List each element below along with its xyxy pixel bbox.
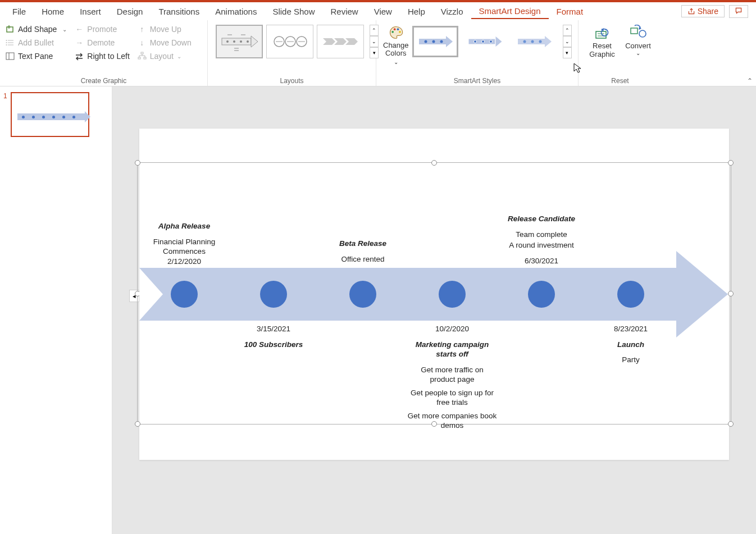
milestone-5-text[interactable]: Release Candidate Team complete A round … [497, 214, 586, 266]
svg-point-8 [6, 44, 7, 45]
milestone-2-text[interactable]: 3/15/2021 100 Subscribers [229, 324, 318, 349]
svg-point-17 [233, 40, 235, 43]
group-smartart-styles: Change Colors ⌄ ⌃ ⌄ ▾ SmartArt Styl [376, 20, 579, 86]
layout-thumb-1[interactable] [216, 25, 263, 58]
arrow-left-icon: ← [75, 25, 84, 34]
convert-icon [629, 25, 647, 40]
tab-format[interactable]: Format [549, 4, 591, 19]
milestone-dot-4[interactable] [439, 281, 466, 308]
milestone-dot-5[interactable] [528, 281, 555, 308]
group-label-layouts: Layouts [213, 75, 370, 86]
promote-button: ← Promote [75, 25, 130, 34]
change-colors-button[interactable]: Change Colors ⌄ [382, 22, 410, 68]
style-thumb-2[interactable] [462, 26, 508, 57]
svg-point-35 [397, 28, 399, 30]
arrow-down-icon: ↓ [138, 38, 147, 47]
svg-point-44 [473, 40, 476, 43]
group-label-reset: Reset [584, 75, 656, 86]
share-button[interactable]: Share [681, 5, 725, 17]
comments-button[interactable] [729, 5, 748, 18]
svg-point-45 [481, 40, 484, 43]
slide[interactable]: ◂ [139, 129, 729, 460]
slide-thumbnail-1[interactable] [11, 92, 89, 137]
slide-canvas-area[interactable]: ◂ [112, 86, 756, 534]
styles-spin-down[interactable]: ⌄ [563, 36, 572, 47]
svg-point-49 [523, 40, 526, 43]
arrow-right-icon: → [75, 38, 84, 47]
group-label-create-graphic: Create Graphic [6, 75, 202, 86]
right-to-left-button[interactable]: Right to Left [75, 52, 130, 61]
style-thumb-1[interactable] [412, 26, 458, 57]
milestone-3-text[interactable]: Beta Release Office rented [318, 239, 408, 264]
add-bullet-button: Add Bullet [6, 38, 67, 47]
selection-handle[interactable] [728, 421, 734, 427]
selection-handle[interactable] [135, 421, 140, 427]
group-create-graphic: Add Shape ⌄ Add Bullet Text Pane ← Promo… [0, 20, 208, 86]
tab-review[interactable]: Review [322, 4, 366, 19]
milestone-dot-1[interactable] [171, 281, 198, 308]
tab-home[interactable]: Home [34, 4, 72, 19]
selection-handle[interactable] [135, 160, 140, 166]
style-thumb-3[interactable] [511, 26, 557, 57]
tab-file[interactable]: File [4, 4, 34, 19]
demote-button: → Demote [75, 38, 130, 47]
tab-view[interactable]: View [366, 4, 400, 19]
chevron-down-icon: ⌄ [62, 26, 67, 33]
styles-more[interactable]: ▾ [563, 47, 572, 58]
milestone-4-text[interactable]: 10/2/2020 Marketing campaign starts off … [407, 324, 497, 431]
milestone-dot-6[interactable] [617, 281, 644, 308]
tab-design[interactable]: Design [109, 4, 151, 19]
svg-marker-38 [446, 36, 453, 47]
svg-point-16 [226, 40, 229, 43]
milestone-6-text[interactable]: 8/23/2021 Launch Party [586, 324, 676, 365]
share-icon [687, 7, 695, 15]
milestone-1-text[interactable]: Alpha Release Financial Planning Commenc… [139, 221, 229, 266]
svg-rect-56 [631, 28, 637, 34]
convert-button[interactable]: Convert ⌄ [620, 22, 656, 58]
add-shape-icon [6, 25, 15, 34]
collapse-ribbon-button[interactable]: ⌃ [747, 77, 753, 85]
ribbon-body: Add Shape ⌄ Add Bullet Text Pane ← Promo… [0, 20, 756, 86]
svg-rect-0 [7, 27, 13, 32]
svg-point-7 [6, 42, 7, 43]
reset-graphic-button[interactable]: Reset Graphic [584, 22, 620, 61]
tab-slideshow[interactable]: Slide Show [265, 4, 322, 19]
layout-thumb-2[interactable] [266, 25, 313, 58]
thumb-dot [22, 116, 25, 118]
tab-vizzlo[interactable]: Vizzlo [433, 4, 471, 19]
tab-smartart-design[interactable]: SmartArt Design [471, 4, 549, 19]
tab-insert[interactable]: Insert [72, 4, 109, 19]
svg-point-46 [489, 40, 492, 43]
chevron-down-icon: ⌄ [636, 50, 640, 56]
svg-marker-48 [545, 36, 552, 47]
slide-thumbnails-panel: 1 [0, 86, 112, 534]
tab-transitions[interactable]: Transitions [151, 4, 207, 19]
group-layouts: ⌃ ⌄ ▾ Layouts [208, 20, 376, 86]
tab-help[interactable]: Help [400, 4, 433, 19]
tab-animations[interactable]: Animations [207, 4, 265, 19]
layout-button: Layout ⌄ [138, 52, 192, 61]
group-label-styles: SmartArt Styles [382, 75, 572, 86]
selection-handle[interactable] [431, 160, 437, 166]
layout-thumb-3[interactable] [317, 25, 364, 58]
svg-point-19 [247, 40, 249, 43]
svg-point-51 [539, 40, 541, 43]
svg-marker-30 [323, 38, 335, 45]
svg-rect-11 [141, 52, 143, 54]
thumb-dot [42, 116, 45, 118]
selection-handle[interactable] [728, 160, 734, 166]
milestone-dot-2[interactable] [260, 281, 287, 308]
milestone-dot-3[interactable] [349, 281, 376, 308]
svg-rect-13 [144, 57, 146, 59]
bullet-icon [6, 38, 15, 47]
svg-marker-15 [251, 36, 258, 47]
text-pane-button[interactable]: Text Pane [6, 52, 67, 61]
svg-point-33 [391, 31, 394, 33]
slide-number: 1 [3, 92, 7, 137]
add-shape-button[interactable]: Add Shape ⌄ [6, 25, 67, 34]
rtl-icon [75, 52, 84, 61]
layout-hierarchy-icon [138, 52, 147, 61]
styles-spinner: ⌃ ⌄ ▾ [563, 25, 572, 58]
styles-spin-up[interactable]: ⌃ [563, 25, 572, 36]
selection-handle[interactable] [728, 291, 734, 296]
